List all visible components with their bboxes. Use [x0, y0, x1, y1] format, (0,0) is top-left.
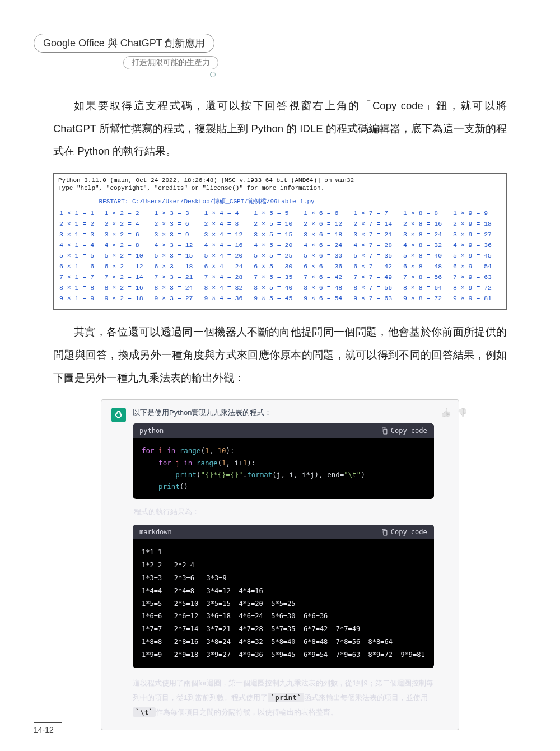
code-lang-label: python: [139, 427, 164, 435]
table-cell: 3 × 8 = 24: [402, 229, 452, 240]
explanation-text: 這段程式使用了兩個for迴圈，第一個迴圈控制九九乘法表的列數，從1到9；第二個迴…: [133, 676, 434, 720]
table-cell: 3 × 4 = 12: [203, 229, 253, 240]
table-cell: 5 × 6 = 30: [302, 250, 352, 261]
table-cell: 6 × 2 = 12: [104, 261, 153, 272]
multiplication-table: 1 × 1 = 11 × 2 = 21 × 3 = 31 × 4 = 41 × …: [58, 208, 502, 304]
table-cell: 6 × 7 = 42: [352, 261, 402, 272]
table-cell: 8 × 5 = 40: [253, 282, 302, 293]
table-cell: 5 × 8 = 40: [402, 250, 452, 261]
table-cell: 7 × 2 = 14: [104, 272, 153, 282]
header-title: Google Office 與 ChatGPT 創新應用: [34, 34, 214, 53]
code-block-python: python Copy code for i in range(1, 10): …: [133, 423, 434, 499]
table-cell: 3 × 9 = 27: [452, 229, 502, 240]
table-cell: 5 × 4 = 20: [203, 250, 253, 261]
table-cell: 4 × 6 = 24: [302, 240, 352, 250]
table-cell: 8 × 9 = 72: [452, 282, 502, 293]
table-cell: 8 × 2 = 16: [104, 282, 153, 293]
table-cell: 7 × 6 = 42: [302, 272, 352, 282]
table-cell: 1 × 5 = 5: [253, 208, 302, 218]
paragraph-1: 如果要取得這支程式碼，還可以按下回答視窗右上角的「Copy code」鈕，就可以…: [53, 95, 507, 163]
table-cell: 6 × 3 = 18: [153, 261, 203, 272]
exec-result-label: 程式的執行結果為：: [134, 507, 433, 517]
page-number: 14-12: [34, 722, 62, 734]
table-cell: 4 × 3 = 12: [153, 240, 203, 250]
table-cell: 5 × 3 = 15: [153, 250, 203, 261]
idle-restart-line: ========== RESTART: C:/Users/User/Deskto…: [58, 198, 502, 206]
table-cell: 4 × 9 = 36: [452, 240, 502, 250]
md-lang-label: markdown: [139, 528, 172, 536]
table-cell: 4 × 5 = 20: [253, 240, 302, 250]
table-cell: 9 × 4 = 36: [203, 293, 253, 304]
table-cell: 5 × 9 = 45: [452, 250, 502, 261]
idle-output-box: Python 3.11.0 (main, Oct 24 2022, 18:26:…: [53, 173, 507, 310]
table-cell: 9 × 1 = 9: [58, 293, 104, 304]
table-cell: 7 × 1 = 7: [58, 272, 104, 282]
table-cell: 4 × 7 = 28: [352, 240, 402, 250]
table-cell: 3 × 6 = 18: [302, 229, 352, 240]
table-cell: 6 × 6 = 36: [302, 261, 352, 272]
header-dot-icon: [210, 72, 216, 77]
table-cell: 6 × 1 = 6: [58, 261, 104, 272]
table-cell: 9 × 3 = 27: [153, 293, 203, 304]
table-cell: 3 × 2 = 6: [104, 229, 153, 240]
table-cell: 2 × 1 = 2: [58, 218, 104, 229]
chatgpt-avatar-icon: [111, 408, 126, 422]
table-cell: 4 × 1 = 4: [58, 240, 104, 250]
table-cell: 3 × 3 = 9: [153, 229, 203, 240]
table-cell: 5 × 1 = 5: [58, 250, 104, 261]
table-cell: 6 × 9 = 54: [452, 261, 502, 272]
table-cell: 2 × 3 = 6: [153, 218, 203, 229]
copy-code-label: Copy code: [391, 427, 427, 435]
table-cell: 9 × 7 = 63: [352, 293, 402, 304]
copy-code-button[interactable]: Copy code: [381, 427, 427, 435]
table-cell: 8 × 8 = 64: [402, 282, 452, 293]
code-block-markdown: markdown Copy code 1*1=1 1*2=2 2*2=4 1*3…: [133, 525, 434, 668]
copy-code-button-2[interactable]: Copy code: [381, 528, 427, 536]
table-cell: 8 × 1 = 8: [58, 282, 104, 293]
table-cell: 8 × 6 = 48: [302, 282, 352, 293]
table-cell: 7 × 9 = 63: [452, 272, 502, 282]
table-cell: 7 × 4 = 28: [203, 272, 253, 282]
table-cell: 2 × 6 = 12: [302, 218, 352, 229]
table-cell: 7 × 3 = 21: [153, 272, 203, 282]
table-cell: 1 × 8 = 8: [402, 208, 452, 218]
chat-card: 以下是使用Python實現九九乘法表的程式： python Copy code …: [101, 399, 459, 730]
table-cell: 4 × 4 = 16: [203, 240, 253, 250]
idle-line2: Type "help", "copyright", "credits" or "…: [58, 185, 502, 193]
table-cell: 7 × 5 = 35: [253, 272, 302, 282]
table-cell: 1 × 1 = 1: [58, 208, 104, 218]
table-cell: 7 × 7 = 49: [352, 272, 402, 282]
table-cell: 1 × 7 = 7: [352, 208, 402, 218]
table-cell: 2 × 9 = 18: [452, 218, 502, 229]
table-cell: 3 × 7 = 21: [352, 229, 402, 240]
clipboard-icon: [381, 427, 388, 435]
table-cell: 1 × 9 = 9: [452, 208, 502, 218]
table-cell: 4 × 2 = 8: [104, 240, 153, 250]
idle-line1: Python 3.11.0 (main, Oct 24 2022, 18:26:…: [58, 177, 502, 185]
python-code: for i in range(1, 10): for j in range(1,…: [133, 438, 434, 499]
table-cell: 6 × 4 = 24: [203, 261, 253, 272]
table-cell: 2 × 7 = 14: [352, 218, 402, 229]
table-cell: 9 × 6 = 54: [302, 293, 352, 304]
table-cell: 5 × 2 = 10: [104, 250, 153, 261]
table-cell: 2 × 2 = 4: [104, 218, 153, 229]
table-cell: 4 × 8 = 32: [402, 240, 452, 250]
table-cell: 3 × 1 = 3: [58, 229, 104, 240]
table-cell: 6 × 5 = 30: [253, 261, 302, 272]
table-cell: 8 × 4 = 32: [203, 282, 253, 293]
table-cell: 2 × 8 = 16: [402, 218, 452, 229]
table-cell: 8 × 7 = 56: [352, 282, 402, 293]
table-cell: 9 × 2 = 18: [104, 293, 153, 304]
header-subtitle: 打造無限可能的生產力: [123, 56, 218, 69]
thumbs-up-icon[interactable]: 👍: [441, 408, 451, 719]
thumbs-down-icon[interactable]: 👎: [457, 408, 468, 719]
table-cell: 2 × 5 = 10: [253, 218, 302, 229]
header-line: [202, 64, 526, 64]
table-cell: 9 × 9 = 81: [452, 293, 502, 304]
table-cell: 6 × 8 = 48: [402, 261, 452, 272]
table-cell: 5 × 5 = 25: [253, 250, 302, 261]
markdown-output: 1*1=1 1*2=2 2*2=4 1*3=3 2*3=6 3*3=9 1*4=…: [133, 539, 434, 668]
table-cell: 3 × 5 = 15: [253, 229, 302, 240]
clipboard-icon: [381, 529, 388, 536]
table-cell: 1 × 2 = 2: [104, 208, 153, 218]
